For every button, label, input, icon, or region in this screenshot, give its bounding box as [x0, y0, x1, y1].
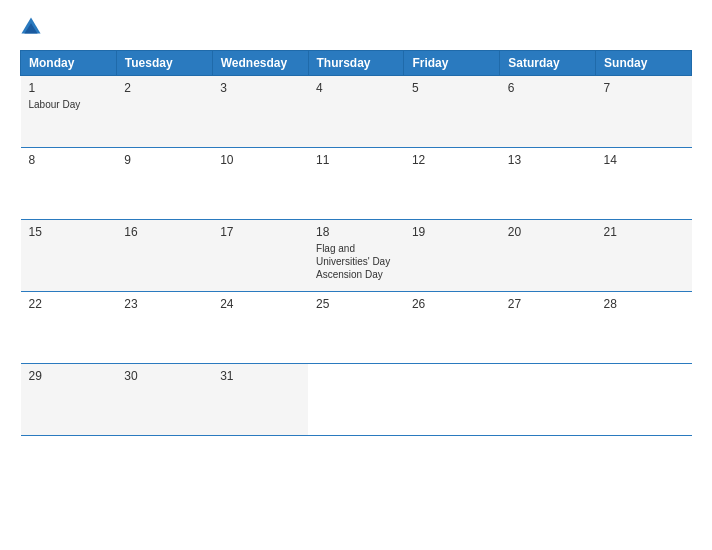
- day-number: 13: [508, 153, 588, 167]
- day-number: 28: [604, 297, 684, 311]
- logo-icon: [20, 16, 42, 38]
- logo: [20, 16, 46, 38]
- event-label: Ascension Day: [316, 268, 396, 281]
- calendar-cell: 3: [212, 76, 308, 148]
- calendar-cell: 5: [404, 76, 500, 148]
- day-number: 17: [220, 225, 300, 239]
- calendar-cell: 31: [212, 364, 308, 436]
- weekday-header-wednesday: Wednesday: [212, 51, 308, 76]
- day-number: 19: [412, 225, 492, 239]
- calendar-cell: 17: [212, 220, 308, 292]
- calendar-cell: 12: [404, 148, 500, 220]
- day-number: 7: [604, 81, 684, 95]
- calendar-cell: 2: [116, 76, 212, 148]
- day-number: 27: [508, 297, 588, 311]
- weekday-header-tuesday: Tuesday: [116, 51, 212, 76]
- header: [20, 16, 692, 38]
- calendar-cell: 15: [21, 220, 117, 292]
- day-number: 3: [220, 81, 300, 95]
- calendar-cell: 7: [596, 76, 692, 148]
- week-row: 22232425262728: [21, 292, 692, 364]
- day-number: 14: [604, 153, 684, 167]
- calendar-cell: [308, 364, 404, 436]
- calendar-cell: 13: [500, 148, 596, 220]
- calendar-cell: 18Flag and Universities' DayAscension Da…: [308, 220, 404, 292]
- calendar-cell: 29: [21, 364, 117, 436]
- weekday-header-monday: Monday: [21, 51, 117, 76]
- calendar-cell: 26: [404, 292, 500, 364]
- weekday-header-friday: Friday: [404, 51, 500, 76]
- day-number: 20: [508, 225, 588, 239]
- week-row: 891011121314: [21, 148, 692, 220]
- calendar-cell: 6: [500, 76, 596, 148]
- day-number: 11: [316, 153, 396, 167]
- week-row: 15161718Flag and Universities' DayAscens…: [21, 220, 692, 292]
- day-number: 31: [220, 369, 300, 383]
- day-number: 4: [316, 81, 396, 95]
- calendar-cell: 9: [116, 148, 212, 220]
- day-number: 25: [316, 297, 396, 311]
- calendar-cell: 30: [116, 364, 212, 436]
- day-number: 24: [220, 297, 300, 311]
- calendar-cell: 28: [596, 292, 692, 364]
- day-number: 18: [316, 225, 396, 239]
- calendar-cell: 16: [116, 220, 212, 292]
- day-number: 8: [29, 153, 109, 167]
- calendar-cell: 10: [212, 148, 308, 220]
- calendar-cell: 27: [500, 292, 596, 364]
- weekday-header-thursday: Thursday: [308, 51, 404, 76]
- calendar-cell: 19: [404, 220, 500, 292]
- day-number: 9: [124, 153, 204, 167]
- calendar-cell: [500, 364, 596, 436]
- weekday-header-sunday: Sunday: [596, 51, 692, 76]
- calendar-cell: 8: [21, 148, 117, 220]
- day-number: 5: [412, 81, 492, 95]
- calendar-header: MondayTuesdayWednesdayThursdayFridaySatu…: [21, 51, 692, 76]
- week-row: 293031: [21, 364, 692, 436]
- calendar-body: 1Labour Day23456789101112131415161718Fla…: [21, 76, 692, 436]
- day-number: 10: [220, 153, 300, 167]
- calendar-cell: 24: [212, 292, 308, 364]
- calendar-cell: 20: [500, 220, 596, 292]
- event-label: Flag and Universities' Day: [316, 242, 396, 268]
- calendar-cell: [404, 364, 500, 436]
- week-row: 1Labour Day234567: [21, 76, 692, 148]
- calendar-cell: 25: [308, 292, 404, 364]
- event-label: Labour Day: [29, 98, 109, 111]
- day-number: 22: [29, 297, 109, 311]
- day-number: 26: [412, 297, 492, 311]
- day-number: 23: [124, 297, 204, 311]
- day-number: 2: [124, 81, 204, 95]
- day-number: 15: [29, 225, 109, 239]
- day-number: 6: [508, 81, 588, 95]
- page: MondayTuesdayWednesdayThursdayFridaySatu…: [0, 0, 712, 550]
- day-number: 29: [29, 369, 109, 383]
- day-number: 16: [124, 225, 204, 239]
- calendar-cell: 4: [308, 76, 404, 148]
- day-number: 12: [412, 153, 492, 167]
- calendar-cell: 14: [596, 148, 692, 220]
- day-number: 21: [604, 225, 684, 239]
- calendar-cell: 11: [308, 148, 404, 220]
- day-number: 1: [29, 81, 109, 95]
- calendar-cell: 23: [116, 292, 212, 364]
- calendar-table: MondayTuesdayWednesdayThursdayFridaySatu…: [20, 50, 692, 436]
- weekday-header-saturday: Saturday: [500, 51, 596, 76]
- calendar-cell: [596, 364, 692, 436]
- calendar-cell: 22: [21, 292, 117, 364]
- calendar-cell: 1Labour Day: [21, 76, 117, 148]
- day-number: 30: [124, 369, 204, 383]
- calendar-cell: 21: [596, 220, 692, 292]
- weekday-row: MondayTuesdayWednesdayThursdayFridaySatu…: [21, 51, 692, 76]
